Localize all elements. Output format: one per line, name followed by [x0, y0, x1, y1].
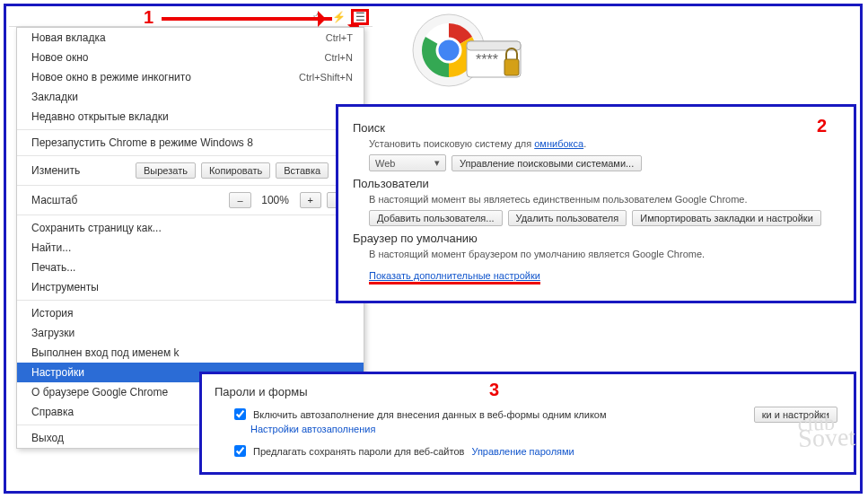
menu-separator — [17, 185, 364, 186]
menu-item-find[interactable]: Найти... — [17, 238, 364, 258]
menu-label: Печать... — [31, 261, 353, 274]
menu-separator — [17, 155, 364, 156]
menu-item-save-page[interactable]: Сохранить страницу как... — [17, 218, 364, 238]
copy-button[interactable]: Копировать — [201, 162, 270, 179]
autofill-settings-link[interactable]: Настройки автозаполнения — [215, 424, 375, 434]
menu-item-new-window[interactable]: Новое окно Ctrl+N — [17, 48, 364, 67]
section-search-heading: Поиск — [353, 121, 839, 135]
annotation-label-3: 3 — [489, 380, 499, 400]
menu-label: Выполнен вход под именем k — [31, 346, 353, 359]
delete-user-button[interactable]: Удалить пользователя — [508, 210, 627, 226]
menu-item-signed-in[interactable]: Выполнен вход под именем k — [17, 343, 364, 363]
chrome-lock-icon: **** — [408, 7, 531, 93]
menu-item-history[interactable]: История — [17, 303, 364, 323]
menu-label: Новое окно в режиме инкогнито — [31, 71, 299, 83]
menu-label: Недавно открытые вкладки — [31, 110, 353, 123]
import-bookmarks-button[interactable]: Импортировать закладки и настройки — [632, 210, 821, 226]
menu-label: Новая вкладка — [31, 31, 326, 44]
menu-item-tools[interactable]: Инструменты — [17, 277, 364, 297]
offer-save-label: Предлагать сохранять пароли для веб-сайт… — [253, 446, 464, 457]
menu-shortcut: Ctrl+Shift+N — [299, 72, 353, 83]
menu-shortcut: Ctrl+T — [326, 32, 353, 43]
overlapped-import-button[interactable]: ки и настройки — [754, 407, 837, 423]
select-value: Web — [375, 158, 395, 169]
menu-item-downloads[interactable]: Загрузки — [17, 323, 364, 343]
annotation-arrow-1 — [162, 17, 332, 21]
menu-item-new-tab[interactable]: Новая вкладка Ctrl+T — [17, 28, 364, 48]
search-engine-select[interactable]: Web ▾ — [369, 154, 446, 171]
svg-rect-6 — [504, 59, 519, 75]
menu-label: Найти... — [31, 241, 353, 254]
menu-shortcut: Ctrl+N — [325, 52, 353, 63]
menu-zoom-row: Масштаб – 100% + ⛶ — [17, 188, 364, 212]
search-description: Установить поисковую систему для омнибок… — [369, 138, 839, 149]
svg-text:****: **** — [476, 52, 498, 67]
add-user-button[interactable]: Добавить пользователя... — [369, 210, 503, 226]
menu-separator — [17, 300, 364, 301]
menu-label: Закладки — [31, 91, 353, 103]
menu-label: Перезапустить Chrome в режиме Windows 8 — [31, 136, 353, 149]
show-advanced-link[interactable]: Показать дополнительные настройки — [369, 270, 540, 285]
settings-panel: 2 Поиск Установить поисковую систему для… — [336, 104, 856, 303]
zoom-in-button[interactable]: + — [300, 192, 321, 208]
menu-item-recent-tabs[interactable]: Недавно открытые вкладки — [17, 107, 364, 127]
menu-label: История — [31, 307, 353, 320]
offer-save-row: Предлагать сохранять пароли для веб-сайт… — [215, 442, 841, 460]
menu-separator — [17, 214, 364, 215]
default-browser-description: В настоящий момент браузером по умолчани… — [369, 249, 839, 259]
menu-label: Сохранить страницу как... — [31, 222, 353, 234]
svg-point-2 — [437, 39, 460, 62]
passwords-panel: Пароли и формы 3 ки и настройки Включить… — [199, 372, 856, 475]
zoom-value: 100% — [257, 194, 294, 206]
menu-label: Загрузки — [31, 327, 353, 339]
menu-label: Изменить — [31, 164, 130, 177]
autofill-label: Включить автозаполнение для внесения дан… — [253, 409, 607, 420]
menu-item-incognito[interactable]: Новое окно в режиме инкогнито Ctrl+Shift… — [17, 67, 364, 87]
menu-item-print[interactable]: Печать... — [17, 258, 364, 277]
section-users-heading: Пользователи — [353, 177, 839, 190]
menu-edit-row: Изменить Вырезать Копировать Вставка — [17, 159, 364, 182]
menu-item-relaunch-win8[interactable]: Перезапустить Chrome в режиме Windows 8 — [17, 133, 364, 153]
zoom-out-button[interactable]: – — [229, 192, 250, 208]
manage-search-engines-button[interactable]: Управление поисковыми системами... — [452, 155, 642, 171]
cut-button[interactable]: Вырезать — [136, 162, 196, 179]
section-default-browser-heading: Браузер по умолчанию — [353, 232, 839, 245]
menu-label: Масштаб — [31, 194, 130, 206]
annotation-label-2: 2 — [817, 116, 827, 136]
menu-label: Новое окно — [31, 51, 325, 64]
users-description: В настоящий момент вы являетесь единстве… — [369, 194, 839, 205]
manage-passwords-link[interactable]: Управление паролями — [471, 446, 574, 457]
autofill-row: Включить автозаполнение для внесения дан… — [215, 406, 841, 423]
annotation-label-1: 1 — [144, 7, 153, 28]
omnibox-link[interactable]: омнибокса — [534, 138, 583, 149]
menu-item-bookmarks[interactable]: Закладки — [17, 87, 364, 107]
menu-separator — [17, 129, 364, 130]
offer-save-passwords-checkbox[interactable] — [234, 445, 246, 457]
menu-label: Инструменты — [31, 281, 353, 293]
autofill-checkbox[interactable] — [234, 408, 246, 420]
section-passwords-heading: Пароли и формы — [215, 385, 841, 398]
paste-button[interactable]: Вставка — [276, 162, 329, 179]
chevron-down-icon: ▾ — [434, 157, 440, 169]
